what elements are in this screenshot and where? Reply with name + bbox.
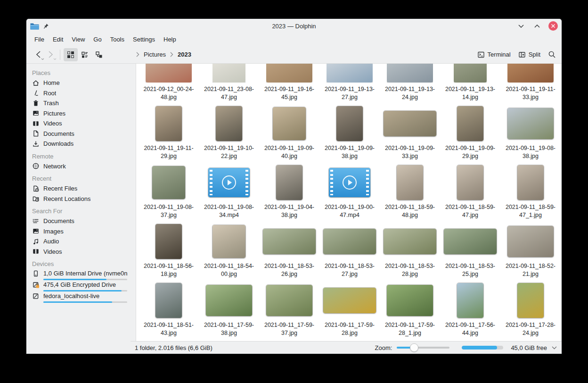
file-name: 2021-09-11_19-16-45.jpg (260, 85, 319, 101)
menu-view[interactable]: View (67, 34, 89, 45)
file-item[interactable]: 2021-09-11_19-00-47.mp4 (319, 165, 380, 219)
sidebar-item-recent-locations[interactable]: Recent Locations (32, 194, 136, 204)
file-item[interactable]: 2021-09-11_19-11-33.jpg (500, 64, 561, 101)
file-item[interactable]: 2021-09-11_17-59-37.jpg (259, 283, 319, 337)
file-item[interactable]: 2021-09-11_18-53-27.jpg (319, 224, 380, 278)
sidebar-item-videos[interactable]: Videos (32, 247, 136, 257)
menu-settings[interactable]: Settings (129, 34, 159, 45)
split-button[interactable]: Split (518, 51, 540, 58)
file-item[interactable]: 2021-09-11_19-09-33.jpg (380, 106, 440, 160)
file-item[interactable]: 2021-09-11_17-28-24.jpg (500, 283, 561, 337)
menu-file[interactable]: File (30, 34, 49, 45)
back-button[interactable] (32, 48, 44, 61)
file-item[interactable]: 2021-09-11_19-11-29.jpg (139, 106, 199, 160)
photo-thumbnail (457, 106, 483, 141)
breadcrumb-segment-pictures[interactable]: Pictures (143, 50, 167, 59)
icons-view-button[interactable] (64, 48, 78, 61)
close-button[interactable] (548, 21, 558, 31)
file-item[interactable]: 2021-09-11_17-59-38.jpg (199, 283, 259, 337)
file-name: 2021-09-11_17-59-28_1.jpg (380, 321, 440, 337)
file-item[interactable]: 2021-09-11_19-08-38.jpg (500, 106, 561, 160)
sidebar-item-documents[interactable]: Documents (32, 216, 136, 226)
photo-thumbnail (146, 64, 192, 83)
root-icon (32, 89, 40, 97)
sidebar-item-videos[interactable]: Videos (32, 118, 136, 129)
sidebar-item-downloads[interactable]: Downloads (32, 139, 136, 149)
maximize-button[interactable] (532, 21, 542, 31)
breadcrumb-segment-2023[interactable]: 2023 (177, 50, 192, 59)
sidebar-item-pictures[interactable]: Pictures (32, 108, 136, 119)
file-item[interactable]: 2021-09-11_19-13-24.jpg (380, 64, 440, 101)
file-item[interactable]: 2021-09-11_18-59-47.jpg (440, 165, 500, 219)
file-item[interactable]: 2021-09-11_18-59-48.jpg (380, 165, 440, 219)
file-item[interactable]: 2021-09-11_19-09-29.jpg (440, 106, 500, 160)
zoom-slider[interactable] (397, 343, 449, 352)
sidebar-item-documents[interactable]: Documents (32, 129, 136, 139)
file-item[interactable]: 2021-09-11_18-59-47_1.jpg (500, 165, 561, 219)
breadcrumb-chevron-icon (136, 52, 139, 57)
forward-button[interactable] (44, 48, 57, 61)
file-item[interactable]: 2021-09-11_18-53-25.jpg (440, 224, 500, 278)
titlebar[interactable]: 2023 — Dolphin (26, 19, 562, 33)
file-item[interactable]: 2021-09-11_18-51-43.jpg (139, 283, 199, 337)
compact-view-button[interactable] (78, 48, 92, 61)
sidebar-item-root[interactable]: Root (32, 88, 136, 99)
file-name: 2021-09-11_19-09-33.jpg (380, 144, 440, 160)
search-icon[interactable] (548, 50, 556, 58)
file-item[interactable]: 2021-09-11_18-53-26.jpg (259, 224, 319, 278)
photo-thumbnail (155, 106, 182, 141)
menu-go[interactable]: Go (89, 34, 106, 45)
chevron-down-icon[interactable] (552, 346, 557, 350)
forward-dropdown-caret[interactable] (53, 58, 57, 60)
sidebar-item-home[interactable]: Home (32, 78, 136, 88)
terminal-button[interactable]: Terminal (477, 51, 511, 58)
file-item[interactable]: 2021-09-11_19-10-22.jpg (199, 106, 259, 160)
sidebar-item-trash[interactable]: Trash (32, 98, 136, 108)
file-item[interactable]: 2021-09-11_19-16-45.jpg (259, 64, 319, 101)
file-item[interactable]: 2021-09-11_18-53-28.jpg (380, 224, 440, 278)
menubar: FileEditViewGoToolsSettingsHelp (26, 33, 562, 46)
menu-tools[interactable]: Tools (106, 34, 129, 45)
file-item[interactable]: 2021-09-11_19-13-27.jpg (319, 64, 380, 101)
file-item[interactable]: 2021-09-11_17-59-28_1.jpg (380, 283, 440, 337)
file-item[interactable]: 2021-09-11_18-56-18.jpg (139, 224, 199, 278)
back-dropdown-caret[interactable] (41, 58, 44, 60)
file-name: 2021-09-11_19-04-38.jpg (260, 203, 319, 219)
file-item[interactable]: 2021-09-11_19-13-14.jpg (440, 64, 500, 101)
file-item[interactable]: 2021-09-11_19-09-38.jpg (319, 106, 380, 160)
breadcrumb: Pictures2023 (136, 50, 192, 59)
home-icon (32, 79, 40, 87)
menu-help[interactable]: Help (159, 34, 180, 45)
photo-thumbnail (323, 229, 376, 254)
details-view-button[interactable] (92, 48, 106, 61)
file-item[interactable]: 2021-09-11_18-52-21.jpg (500, 224, 561, 278)
file-item[interactable]: 2021-09-11_17-56-44.jpg (440, 283, 500, 337)
sidebar-item-audio[interactable]: Audio (32, 236, 136, 247)
sidebar-item-images[interactable]: Images (32, 226, 136, 237)
file-item[interactable]: 2021-09-12_00-24-48.jpg (139, 64, 199, 101)
file-item[interactable]: 2021-09-11_17-59-28.jpg (319, 283, 380, 337)
file-item[interactable]: 2021-09-11_23-08-47.jpg (199, 64, 259, 101)
sidebar-item-label: 475,4 GiB Encrypted Drive (43, 281, 116, 288)
device-usage-bar (43, 290, 127, 291)
file-item[interactable]: 2021-09-11_19-08-34.mp4 (199, 165, 259, 219)
sidebar-item-label: Network (43, 163, 66, 170)
file-item[interactable]: 2021-09-11_19-04-38.jpg (259, 165, 319, 219)
sidebar-item-network[interactable]: Network (32, 161, 136, 172)
menu-edit[interactable]: Edit (49, 34, 67, 45)
sidebar-item-1-0-gib-internal-drive-nvme0n[interactable]: 1,0 GiB Internal Drive (nvme0n… (32, 269, 136, 280)
minimize-button[interactable] (516, 21, 526, 31)
file-item[interactable]: 2021-09-11_18-54-00.jpg (199, 224, 259, 278)
sidebar-item-fedora-localhost-live[interactable]: fedora_localhost-live (32, 291, 136, 303)
file-item[interactable]: 2021-09-11_19-08-37.jpg (139, 165, 199, 219)
sidebar-item-recent-files[interactable]: Recent Files (32, 183, 136, 194)
file-item[interactable]: 2021-09-11_19-09-40.jpg (259, 106, 319, 160)
zoom-slider-handle[interactable] (410, 343, 418, 352)
disk-icon (32, 292, 40, 300)
sidebar-item-475-4-gib-encrypted-drive[interactable]: 475,4 GiB Encrypted Drive (32, 280, 136, 291)
file-name: 2021-09-11_18-53-26.jpg (260, 262, 319, 278)
pictures-icon (32, 227, 40, 235)
folder-view[interactable]: 2021-09-12_00-24-48.jpg2021-09-11_23-08-… (136, 64, 562, 341)
play-icon (222, 175, 236, 190)
vertical-scrollbar[interactable] (561, 64, 562, 341)
